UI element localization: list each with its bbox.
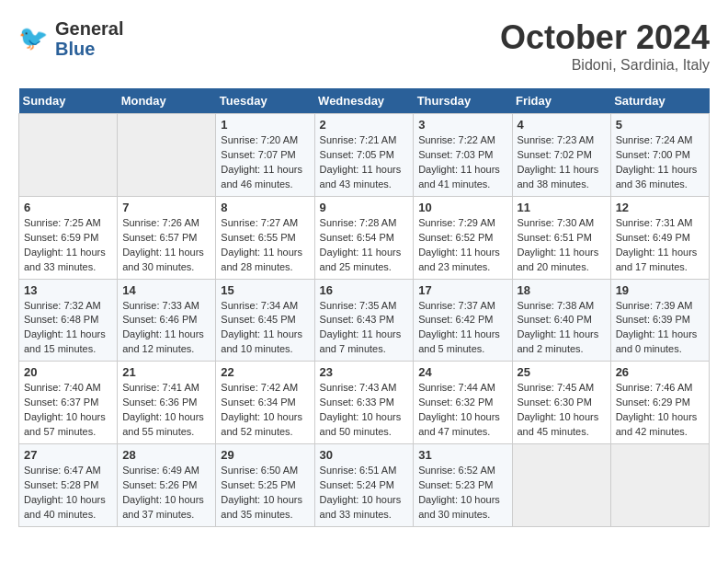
- sunrise: Sunrise: 7:31 AM: [616, 217, 693, 228]
- cell-content: Sunrise: 7:40 AM Sunset: 6:37 PM Dayligh…: [24, 381, 112, 440]
- day-number: 13: [24, 283, 112, 297]
- calendar-cell: 8 Sunrise: 7:27 AM Sunset: 6:55 PM Dayli…: [216, 196, 314, 279]
- daylight: Daylight: 11 hours and 7 minutes.: [320, 328, 402, 354]
- sunrise: Sunrise: 6:50 AM: [221, 465, 298, 476]
- calendar-cell: 9 Sunrise: 7:28 AM Sunset: 6:54 PM Dayli…: [314, 196, 414, 279]
- cell-content: Sunrise: 7:24 AM Sunset: 7:00 PM Dayligh…: [616, 133, 704, 192]
- day-number: 4: [518, 118, 606, 132]
- cell-content: Sunrise: 7:44 AM Sunset: 6:32 PM Dayligh…: [418, 381, 506, 440]
- sunset: Sunset: 6:48 PM: [24, 314, 98, 325]
- sunset: Sunset: 6:32 PM: [418, 396, 493, 408]
- sunset: Sunset: 7:00 PM: [616, 149, 690, 160]
- sunrise: Sunrise: 7:27 AM: [221, 217, 298, 228]
- logo-icon: 🐦: [18, 22, 51, 55]
- sunrise: Sunrise: 7:28 AM: [320, 217, 397, 228]
- cell-content: Sunrise: 7:41 AM Sunset: 6:36 PM Dayligh…: [122, 381, 210, 440]
- sunset: Sunset: 7:07 PM: [221, 149, 295, 160]
- general-blue-bird-icon: 🐦: [18, 22, 51, 55]
- sunset: Sunset: 6:54 PM: [320, 232, 394, 243]
- sunset: Sunset: 6:57 PM: [122, 232, 197, 243]
- sunrise: Sunrise: 7:45 AM: [518, 382, 595, 393]
- sunset: Sunset: 6:34 PM: [221, 396, 295, 408]
- day-number: 8: [221, 201, 309, 214]
- day-number: 7: [122, 201, 210, 214]
- sunrise: Sunrise: 7:40 AM: [24, 382, 101, 393]
- daylight: Daylight: 10 hours and 35 minutes.: [221, 494, 302, 520]
- sunset: Sunset: 6:46 PM: [122, 314, 197, 325]
- day-number: 6: [24, 201, 112, 214]
- day-number: 28: [122, 448, 210, 462]
- cell-content: Sunrise: 7:25 AM Sunset: 6:59 PM Dayligh…: [24, 216, 112, 275]
- daylight: Daylight: 10 hours and 57 minutes.: [24, 411, 106, 437]
- calendar-cell: 18 Sunrise: 7:38 AM Sunset: 6:40 PM Dayl…: [512, 279, 610, 362]
- calendar-cell: 29 Sunrise: 6:50 AM Sunset: 5:25 PM Dayl…: [216, 444, 314, 527]
- sunrise: Sunrise: 7:37 AM: [418, 300, 495, 311]
- cell-content: Sunrise: 6:50 AM Sunset: 5:25 PM Dayligh…: [221, 464, 309, 523]
- sunset: Sunset: 6:43 PM: [320, 314, 394, 325]
- daylight: Daylight: 11 hours and 15 minutes.: [24, 328, 106, 354]
- sunrise: Sunrise: 7:33 AM: [122, 300, 199, 311]
- calendar-cell: 7 Sunrise: 7:26 AM Sunset: 6:57 PM Dayli…: [118, 196, 216, 279]
- cell-content: Sunrise: 7:20 AM Sunset: 7:07 PM Dayligh…: [221, 133, 309, 192]
- daylight: Daylight: 10 hours and 52 minutes.: [221, 411, 302, 437]
- daylight: Daylight: 11 hours and 17 minutes.: [616, 247, 698, 272]
- month-title: October 2024: [500, 18, 710, 57]
- daylight: Daylight: 10 hours and 40 minutes.: [24, 494, 106, 520]
- daylight: Daylight: 10 hours and 55 minutes.: [122, 411, 204, 437]
- sunset: Sunset: 6:55 PM: [221, 232, 295, 243]
- calendar-cell: 27 Sunrise: 6:47 AM Sunset: 5:28 PM Dayl…: [19, 444, 118, 527]
- day-number: 20: [24, 365, 112, 379]
- header-day-friday: Friday: [512, 88, 610, 114]
- calendar-cell: 25 Sunrise: 7:45 AM Sunset: 6:30 PM Dayl…: [512, 362, 610, 444]
- cell-content: Sunrise: 7:28 AM Sunset: 6:54 PM Dayligh…: [320, 216, 409, 275]
- cell-content: Sunrise: 7:43 AM Sunset: 6:33 PM Dayligh…: [320, 381, 409, 440]
- daylight: Daylight: 10 hours and 33 minutes.: [320, 494, 402, 520]
- sunset: Sunset: 6:30 PM: [518, 396, 592, 408]
- sunrise: Sunrise: 7:26 AM: [122, 217, 199, 228]
- week-row-5: 27 Sunrise: 6:47 AM Sunset: 5:28 PM Dayl…: [19, 444, 710, 527]
- calendar-cell: 19 Sunrise: 7:39 AM Sunset: 6:39 PM Dayl…: [610, 279, 709, 362]
- daylight: Daylight: 11 hours and 2 minutes.: [518, 328, 599, 354]
- calendar-cell: [19, 114, 118, 197]
- sunrise: Sunrise: 7:35 AM: [320, 300, 397, 311]
- day-number: 29: [221, 448, 309, 462]
- sunset: Sunset: 6:33 PM: [320, 396, 394, 408]
- calendar-cell: 20 Sunrise: 7:40 AM Sunset: 6:37 PM Dayl…: [19, 362, 118, 444]
- calendar-cell: 15 Sunrise: 7:34 AM Sunset: 6:45 PM Dayl…: [216, 279, 314, 362]
- daylight: Daylight: 11 hours and 12 minutes.: [122, 328, 204, 354]
- daylight: Daylight: 11 hours and 33 minutes.: [24, 247, 106, 272]
- sunrise: Sunrise: 7:29 AM: [418, 217, 495, 228]
- sunset: Sunset: 6:45 PM: [221, 314, 295, 325]
- calendar-cell: [512, 444, 610, 527]
- calendar-cell: 11 Sunrise: 7:30 AM Sunset: 6:51 PM Dayl…: [512, 196, 610, 279]
- day-number: 21: [122, 365, 210, 379]
- cell-content: Sunrise: 6:49 AM Sunset: 5:26 PM Dayligh…: [122, 464, 210, 523]
- day-number: 24: [418, 365, 506, 379]
- cell-content: Sunrise: 6:52 AM Sunset: 5:23 PM Dayligh…: [418, 464, 506, 523]
- sunrise: Sunrise: 7:39 AM: [616, 300, 693, 311]
- week-row-2: 6 Sunrise: 7:25 AM Sunset: 6:59 PM Dayli…: [19, 196, 710, 279]
- daylight: Daylight: 11 hours and 46 minutes.: [221, 164, 302, 190]
- calendar-cell: 6 Sunrise: 7:25 AM Sunset: 6:59 PM Dayli…: [19, 196, 118, 279]
- cell-content: Sunrise: 7:42 AM Sunset: 6:34 PM Dayligh…: [221, 381, 309, 440]
- sunset: Sunset: 6:42 PM: [418, 314, 493, 325]
- daylight: Daylight: 10 hours and 42 minutes.: [616, 411, 698, 437]
- cell-content: Sunrise: 7:33 AM Sunset: 6:46 PM Dayligh…: [122, 299, 210, 358]
- sunrise: Sunrise: 7:22 AM: [418, 134, 495, 145]
- sunrise: Sunrise: 7:41 AM: [122, 382, 199, 393]
- week-row-3: 13 Sunrise: 7:32 AM Sunset: 6:48 PM Dayl…: [19, 279, 710, 362]
- day-number: 27: [24, 448, 112, 462]
- sunrise: Sunrise: 7:32 AM: [24, 300, 101, 311]
- sunset: Sunset: 6:59 PM: [24, 232, 98, 243]
- header-day-wednesday: Wednesday: [314, 88, 414, 114]
- day-number: 2: [320, 118, 409, 132]
- sunrise: Sunrise: 7:38 AM: [518, 300, 595, 311]
- daylight: Daylight: 11 hours and 25 minutes.: [320, 247, 402, 272]
- sunset: Sunset: 5:25 PM: [221, 479, 295, 490]
- svg-text:🐦: 🐦: [18, 23, 49, 52]
- cell-content: Sunrise: 6:51 AM Sunset: 5:24 PM Dayligh…: [320, 464, 409, 523]
- sunrise: Sunrise: 6:51 AM: [320, 465, 397, 476]
- day-number: 26: [616, 365, 704, 379]
- cell-content: Sunrise: 7:35 AM Sunset: 6:43 PM Dayligh…: [320, 299, 409, 358]
- calendar-cell: 13 Sunrise: 7:32 AM Sunset: 6:48 PM Dayl…: [19, 279, 118, 362]
